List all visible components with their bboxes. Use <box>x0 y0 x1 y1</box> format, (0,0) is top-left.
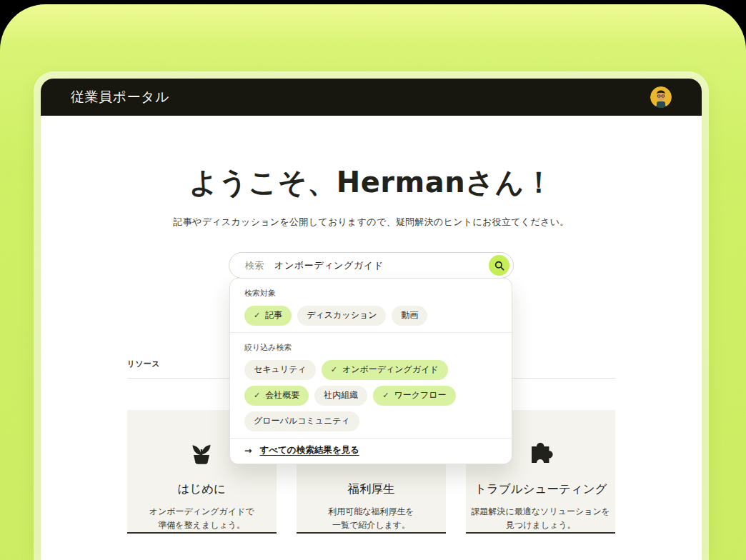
filter-chip[interactable]: ✓オンボーディングガイド <box>322 360 448 380</box>
search-suggestions-panel: 検索対象 ✓記事ディスカッション動画 絞り込み検索 セキュリティ✓オンボーディン… <box>229 278 512 464</box>
filter-chip[interactable]: ✓記事 <box>244 306 292 326</box>
card-description: 課題解決に最適なソリューションを見つけましょう。 <box>466 505 615 531</box>
card-description: 利用可能な福利厚生を一覧で紹介します。 <box>297 505 446 531</box>
card-title: トラブルシューティング <box>466 481 615 497</box>
search-filter-label: 絞り込み検索 <box>244 342 497 353</box>
check-icon: ✓ <box>331 365 337 374</box>
search-query-text: オンボーディングガイド <box>274 259 489 272</box>
app-header: 従業員ポータル <box>41 79 702 116</box>
chip-label: ディスカッション <box>307 309 377 321</box>
hero-section: ようこそ、Hermanさん！ 記事やディスカッションを公開しておりますので、疑問… <box>41 116 702 229</box>
filter-chip[interactable]: 社内組織 <box>314 386 367 406</box>
user-avatar[interactable] <box>650 86 672 108</box>
search-button[interactable] <box>489 255 509 276</box>
chip-label: オンボーディングガイド <box>342 364 439 376</box>
card-title: はじめに <box>127 481 277 497</box>
scope-chip-list: ✓記事ディスカッション動画 <box>244 306 497 326</box>
arrow-right-icon: → <box>244 445 252 456</box>
see-all-results-label: すべての検索結果を見る <box>259 444 359 456</box>
filter-chip[interactable]: ✓ワークフロー <box>373 386 455 406</box>
search-input[interactable]: 検索 オンボーディングガイド <box>229 252 514 279</box>
card-description: オンボーディングガイドで準備を整えましょう。 <box>127 505 277 531</box>
search-scope-label: 検索対象 <box>244 288 497 299</box>
card-title: 福利厚生 <box>297 481 446 497</box>
filter-chip[interactable]: 動画 <box>392 306 427 326</box>
welcome-subtitle: 記事やディスカッションを公開しておりますので、疑問解決のヒントにお役立てください… <box>41 216 702 229</box>
search-scope-section: 検索対象 ✓記事ディスカッション動画 <box>230 279 512 332</box>
filter-chip[interactable]: ✓会社概要 <box>244 386 309 406</box>
filter-chip-list: セキュリティ✓オンボーディングガイド✓会社概要社内組織✓ワークフローグローバルコ… <box>244 360 497 431</box>
page: 従業員ポータル ようこそ、Hermanさん！ 記事やディスカッションを公開してお… <box>0 0 746 560</box>
filter-chip[interactable]: グローバルコミュニティ <box>244 411 359 431</box>
welcome-title: ようこそ、Hermanさん！ <box>41 163 702 202</box>
check-icon: ✓ <box>382 391 389 400</box>
app-title: 従業員ポータル <box>71 88 169 106</box>
filter-chip[interactable]: ディスカッション <box>297 306 386 326</box>
chip-label: 記事 <box>265 309 282 321</box>
chip-label: セキュリティ <box>254 364 307 376</box>
search-field-label: 検索 <box>245 259 264 272</box>
chip-label: 会社概要 <box>265 389 299 401</box>
search-area: 検索 オンボーディングガイド 検索対象 ✓記事ディスカッション動画 絞り込み検索… <box>229 252 514 279</box>
chip-label: ワークフロー <box>394 389 446 401</box>
chip-label: グローバルコミュニティ <box>254 415 350 427</box>
filter-chip[interactable]: セキュリティ <box>244 360 316 380</box>
chip-label: 社内組織 <box>324 389 358 401</box>
check-icon: ✓ <box>254 391 260 400</box>
magnifier-icon <box>494 261 504 271</box>
avatar-image <box>650 86 672 108</box>
portal-window: 従業員ポータル ようこそ、Hermanさん！ 記事やディスカッションを公開してお… <box>41 79 702 560</box>
see-all-results-link[interactable]: → すべての検索結果を見る <box>230 438 512 464</box>
chip-label: 動画 <box>401 309 418 321</box>
search-filter-section: 絞り込み検索 セキュリティ✓オンボーディングガイド✓会社概要社内組織✓ワークフロ… <box>230 332 512 438</box>
check-icon: ✓ <box>254 311 260 320</box>
